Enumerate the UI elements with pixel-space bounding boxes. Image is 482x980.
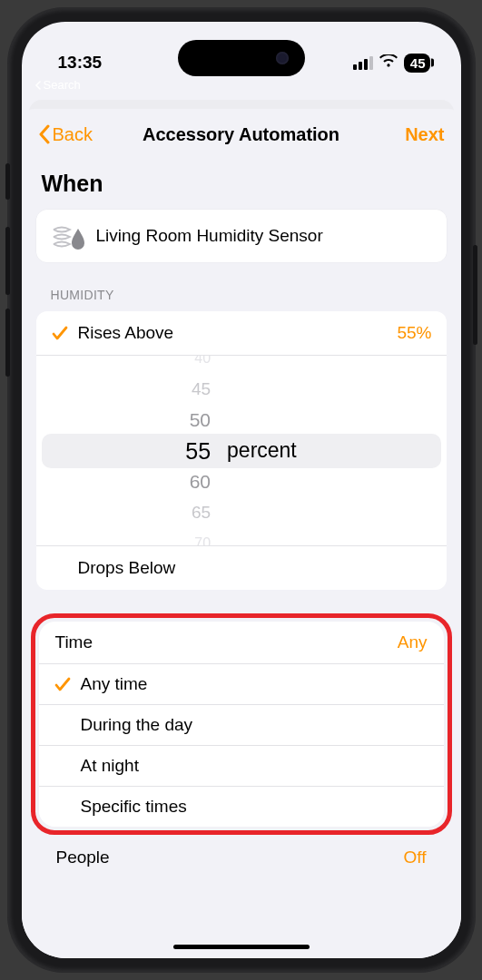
back-button[interactable]: Back xyxy=(38,124,93,145)
people-header-row[interactable]: People Off xyxy=(36,835,447,873)
time-header-row[interactable]: Time Any xyxy=(39,622,444,664)
rises-above-row[interactable]: Rises Above 55% xyxy=(36,311,447,356)
sensor-card[interactable]: Living Room Humidity Sensor xyxy=(36,210,447,262)
cellular-icon xyxy=(353,56,373,70)
time-value: Any xyxy=(398,632,428,652)
sensor-name: Living Room Humidity Sensor xyxy=(96,226,323,246)
dynamic-island xyxy=(178,40,305,76)
battery-icon: 45 xyxy=(404,54,430,73)
picker-unit: percent xyxy=(225,438,297,463)
rises-value: 55% xyxy=(397,323,431,343)
time-option-day[interactable]: During the day xyxy=(39,705,444,746)
checkmark-icon xyxy=(54,675,81,693)
people-value: Off xyxy=(404,848,427,867)
status-time: 13:35 xyxy=(58,53,103,73)
breadcrumb-back[interactable]: Search xyxy=(34,78,81,92)
time-option-night[interactable]: At night xyxy=(39,746,444,787)
time-option-specific[interactable]: Specific times xyxy=(39,787,444,827)
checkmark-icon xyxy=(51,324,78,342)
time-option-any[interactable]: Any time xyxy=(39,664,444,705)
time-section-highlight: Time Any Any time During the day xyxy=(31,613,452,835)
humidity-header: HUMIDITY xyxy=(36,262,447,311)
home-indicator[interactable] xyxy=(173,945,310,949)
drops-below-row[interactable]: Drops Below xyxy=(36,546,447,590)
next-button[interactable]: Next xyxy=(405,124,444,145)
percent-picker[interactable]: 40 45 50 55 60 65 70 percent xyxy=(36,356,447,546)
section-heading-when: When xyxy=(36,167,447,210)
humidity-sensor-icon xyxy=(51,222,84,250)
humidity-list: Rises Above 55% 40 45 50 55 60 xyxy=(36,311,447,590)
wifi-icon xyxy=(379,53,398,73)
nav-bar: Back Accessory Automation Next xyxy=(22,109,461,160)
